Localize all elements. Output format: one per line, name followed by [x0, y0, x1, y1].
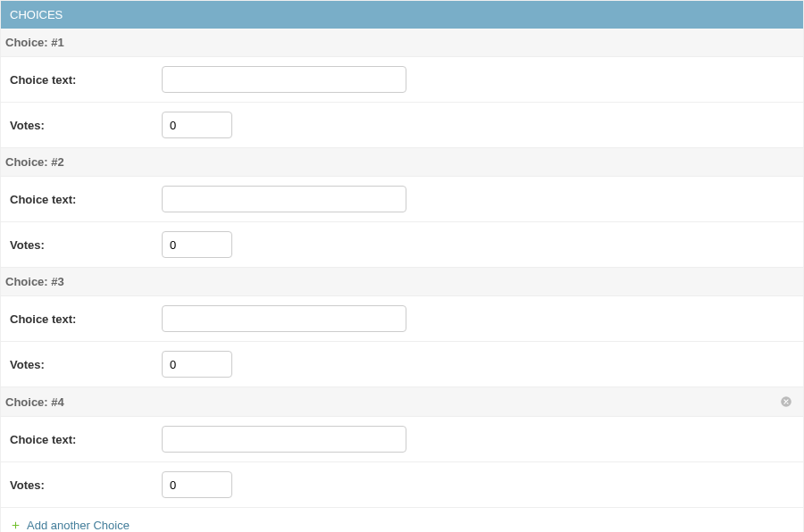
votes-row: Votes:	[1, 222, 803, 268]
choice-header: Choice: #1	[1, 29, 803, 57]
choice-header-label: Choice: #1	[5, 36, 64, 49]
votes-input[interactable]	[162, 112, 232, 138]
choice-block: Choice: #2Choice text:Votes:	[1, 148, 803, 268]
votes-label: Votes:	[10, 119, 162, 132]
choice-block: Choice: #1Choice text:Votes:	[1, 29, 803, 148]
choice-text-label: Choice text:	[10, 73, 162, 87]
votes-input[interactable]	[162, 231, 232, 258]
choice-text-input[interactable]	[162, 186, 406, 212]
choice-text-input[interactable]	[162, 426, 406, 453]
choice-header-label: Choice: #3	[5, 275, 64, 288]
delete-choice-icon[interactable]	[779, 395, 793, 409]
choice-text-row: Choice text:	[1, 177, 803, 222]
add-row: Add another Choice	[1, 508, 803, 532]
choice-block: Choice: #4Choice text:Votes:	[1, 387, 803, 508]
votes-label: Votes:	[10, 358, 162, 371]
votes-row: Votes:	[1, 462, 803, 508]
panel-title: CHOICES	[1, 1, 803, 29]
votes-input[interactable]	[162, 471, 232, 498]
choice-header-label: Choice: #2	[5, 155, 64, 169]
choice-text-input[interactable]	[162, 66, 406, 93]
add-another-choice-link[interactable]: Add another Choice	[10, 519, 130, 532]
votes-row: Votes:	[1, 103, 803, 148]
choice-block: Choice: #3Choice text:Votes:	[1, 268, 803, 387]
choices-container: Choice: #1Choice text:Votes:Choice: #2Ch…	[1, 29, 803, 508]
choice-header: Choice: #4	[1, 387, 803, 417]
choice-header-label: Choice: #4	[5, 395, 64, 409]
plus-icon	[10, 520, 21, 531]
choice-text-row: Choice text:	[1, 417, 803, 462]
choice-text-row: Choice text:	[1, 57, 803, 103]
choice-text-label: Choice text:	[10, 433, 162, 446]
choice-text-row: Choice text:	[1, 296, 803, 342]
votes-row: Votes:	[1, 342, 803, 387]
votes-label: Votes:	[10, 238, 162, 252]
choice-text-label: Choice text:	[10, 312, 162, 326]
choice-header: Choice: #3	[1, 268, 803, 296]
choices-panel: CHOICES Choice: #1Choice text:Votes:Choi…	[0, 0, 804, 532]
votes-label: Votes:	[10, 478, 162, 492]
choice-text-label: Choice text:	[10, 193, 162, 206]
add-another-choice-label: Add another Choice	[27, 519, 130, 532]
choice-text-input[interactable]	[162, 305, 406, 332]
choice-header: Choice: #2	[1, 148, 803, 177]
votes-input[interactable]	[162, 351, 232, 378]
